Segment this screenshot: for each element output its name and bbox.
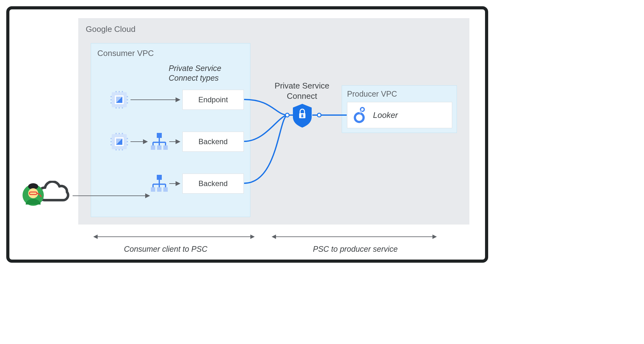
svg-point-33 (317, 113, 321, 117)
looker-service-box: Looker (347, 102, 452, 128)
psc-shield-icon (293, 104, 312, 128)
user-icon (23, 183, 44, 206)
compute-icon (110, 133, 128, 150)
looker-icon (353, 106, 367, 124)
consumer-vpc-label: Consumer VPC (97, 48, 244, 58)
range-label-producer: PSC to producer service (313, 245, 398, 254)
psc-center-label: Private Service Connect (264, 81, 340, 101)
backend-label-1: Backend (198, 137, 227, 146)
google-cloud-label: Google Cloud (86, 24, 462, 34)
user-cloud-svg (22, 181, 166, 209)
producer-vpc-label: Producer VPC (347, 89, 452, 99)
range-label-consumer: Consumer client to PSC (124, 245, 207, 254)
looker-label: Looker (373, 110, 398, 120)
endpoint-box: Endpoint (182, 90, 244, 110)
range-arrow-producer (272, 236, 436, 237)
producer-vpc-region: Producer VPC Looker (342, 85, 457, 133)
compute-icon (110, 91, 128, 109)
svg-point-38 (31, 183, 35, 187)
load-balancer-icon (151, 133, 168, 150)
psc-types-heading: Private Service Connect types (169, 63, 244, 83)
endpoint-label: Endpoint (198, 95, 228, 104)
range-arrow-consumer (94, 236, 254, 237)
backend-box-1: Backend (182, 132, 244, 152)
backend-box-2: Backend (182, 174, 244, 194)
backend-label-2: Backend (198, 179, 227, 188)
diagram-frame: Google Cloud Consumer VPC Private Servic… (6, 6, 488, 263)
svg-point-28 (355, 113, 364, 122)
svg-point-30 (285, 113, 289, 117)
external-user-group (22, 181, 166, 210)
